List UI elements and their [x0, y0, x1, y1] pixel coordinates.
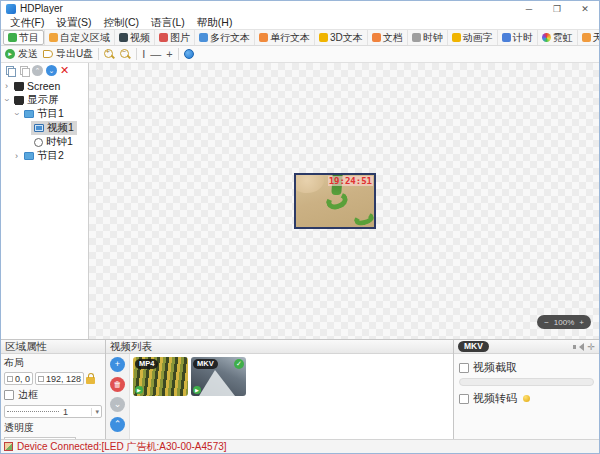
zoom-in-button[interactable]: + — [104, 49, 115, 60]
tree-item-screen[interactable]: › Screen — [1, 79, 88, 93]
tree-item-program1[interactable]: › 节目1 — [1, 107, 88, 121]
border-checkbox[interactable] — [4, 390, 14, 400]
minimize-button[interactable]: ─ — [515, 1, 543, 16]
collapse-arrow-icon[interactable]: › — [2, 96, 12, 105]
tab-singleline-text[interactable]: 单行文本 — [254, 30, 314, 45]
app-icon — [6, 4, 16, 14]
send-label: 发送 — [18, 47, 38, 61]
tab-image[interactable]: 图片 — [154, 30, 194, 45]
video-crop-label: 视频截取 — [473, 360, 517, 375]
tree-item-video1[interactable]: 视频1 — [1, 121, 88, 135]
lock-icon[interactable] — [86, 377, 95, 384]
send-button[interactable]: ▸ 发送 — [5, 47, 38, 61]
video-icon — [34, 124, 44, 132]
video-frame-hand — [294, 173, 324, 193]
zoom-out-button[interactable]: − — [120, 49, 131, 60]
text-cursor-tool[interactable]: I — [142, 48, 145, 60]
play-icon: ▶ — [193, 386, 201, 394]
video-crop-checkbox[interactable] — [459, 363, 469, 373]
tab-3d-text[interactable]: 3D文本 — [314, 30, 367, 45]
collapse-arrow-icon[interactable]: › — [12, 110, 22, 119]
tab-multiline-text[interactable]: 多行文本 — [194, 30, 254, 45]
video-preview-region[interactable]: 19:24:51 — [294, 173, 376, 229]
tab-label: 自定义区域 — [60, 31, 110, 45]
settings-dot-icon[interactable] — [184, 49, 194, 59]
expand-arrow-icon[interactable]: › — [2, 81, 11, 91]
border-option: 边框 — [4, 388, 102, 402]
tab-label: 霓虹 — [553, 31, 573, 45]
close-button[interactable]: ✕ — [571, 1, 599, 16]
tab-label: 动画字 — [463, 31, 493, 45]
video-thumbnails: MP4 ▶ MKV ✓ ▶ — [130, 354, 453, 439]
video-crop-option: 视频截取 — [459, 360, 594, 375]
video-thumbnail-mkv[interactable]: MKV ✓ ▶ — [191, 357, 246, 396]
tree-item-label: 节目2 — [37, 149, 64, 163]
move-up-button[interactable]: ⌃ — [32, 65, 43, 76]
video-thumbnail-mp4[interactable]: MP4 ▶ — [133, 357, 188, 396]
tab-label: 节目 — [19, 31, 39, 45]
monitor-icon — [14, 96, 24, 104]
menu-help[interactable]: 帮助(H) — [192, 16, 238, 30]
add-tool[interactable]: + — [166, 48, 172, 60]
screen-tree: › Screen › 显示屏 › 节目1 视频1 — [1, 78, 88, 339]
video-list-header: 视频列表 — [106, 340, 453, 354]
tab-document[interactable]: 文档 — [367, 30, 407, 45]
window-title: HDPlayer — [20, 3, 515, 14]
play-icon: ▶ — [135, 386, 143, 394]
tab-animated-text[interactable]: 动画字 — [447, 30, 497, 45]
size-icon — [38, 376, 44, 382]
clock-overlay[interactable]: 19:24:51 — [328, 176, 373, 186]
delete-video-button[interactable]: 🗑 — [110, 377, 125, 392]
move-video-down-button[interactable]: ⌄ — [110, 397, 125, 412]
threed-text-icon — [319, 33, 328, 42]
paste-button[interactable] — [18, 65, 29, 76]
copy-button[interactable] — [4, 65, 15, 76]
export-usb-button[interactable]: 导出U盘 — [43, 47, 93, 61]
expand-arrow-icon[interactable]: › — [12, 151, 21, 161]
action-toolbar: ▸ 发送 导出U盘 + − I — + — [1, 46, 599, 63]
delete-button[interactable]: ✕ — [60, 65, 69, 76]
tree-item-clock1[interactable]: 时钟1 — [1, 135, 88, 149]
position-icon — [7, 376, 13, 382]
neon-icon — [542, 33, 551, 42]
menu-settings[interactable]: 设置(S) — [51, 16, 96, 30]
position-value: 0, 0 — [15, 374, 30, 384]
format-badge: MKV — [193, 359, 218, 369]
paste-icon — [20, 66, 28, 75]
maximize-button[interactable]: ❐ — [543, 1, 571, 16]
speaker-icon[interactable] — [573, 342, 583, 352]
zoom-plus-button[interactable]: + — [579, 318, 584, 327]
design-canvas[interactable]: 19:24:51 − 100% + — [89, 63, 599, 339]
horizontal-line-tool[interactable]: — — [150, 48, 161, 60]
menu-language[interactable]: 语言(L) — [146, 16, 190, 30]
video-transcode-checkbox[interactable] — [459, 394, 469, 404]
tab-label: 时钟 — [423, 31, 443, 45]
menu-file[interactable]: 文件(F) — [5, 16, 49, 30]
tree-item-display[interactable]: › 显示屏 — [1, 93, 88, 107]
image-icon — [159, 33, 168, 42]
move-down-button[interactable]: ⌄ — [46, 65, 57, 76]
crop-range-bar[interactable] — [459, 378, 594, 386]
tab-clock[interactable]: 时钟 — [407, 30, 447, 45]
border-style-select[interactable]: 1 ▾ — [4, 405, 102, 418]
tab-custom-area[interactable]: 自定义区域 — [44, 30, 114, 45]
video-transcode-option: 视频转码 — [459, 391, 594, 406]
tab-timer[interactable]: 计时 — [497, 30, 537, 45]
tree-item-program2[interactable]: › 节目2 — [1, 149, 88, 163]
tab-neon[interactable]: 霓虹 — [537, 30, 577, 45]
zoom-level: 100% — [554, 318, 574, 327]
move-video-up-button[interactable]: ⌃ — [110, 417, 125, 432]
zoom-minus-button[interactable]: − — [544, 318, 549, 327]
size-field[interactable]: 192, 128 — [35, 372, 84, 385]
position-field[interactable]: 0, 0 — [4, 372, 33, 385]
hint-lamp-icon — [523, 395, 530, 402]
canvas-zoom-control: − 100% + — [537, 315, 591, 329]
menu-control[interactable]: 控制(C) — [98, 16, 144, 30]
region-properties-panel: 区域属性 布局 0, 0 192, 128 边框 1 — [1, 340, 106, 439]
add-video-button[interactable]: + — [110, 357, 125, 372]
tab-program[interactable]: 节目 — [3, 30, 44, 45]
tab-video[interactable]: 视频 — [114, 30, 154, 45]
tab-weather[interactable]: 天气 — [577, 30, 600, 45]
move-icon[interactable]: ✛ — [587, 342, 595, 352]
format-pill: MKV — [458, 341, 489, 352]
